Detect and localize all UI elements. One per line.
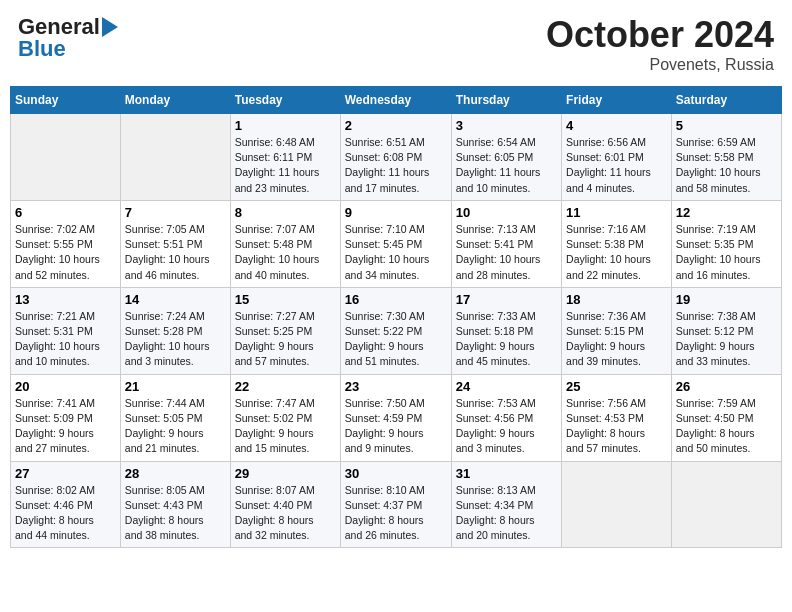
week-row-4: 20Sunrise: 7:41 AM Sunset: 5:09 PM Dayli… [11,374,782,461]
day-details: Sunrise: 7:13 AM Sunset: 5:41 PM Dayligh… [456,222,557,283]
calendar-cell: 1Sunrise: 6:48 AM Sunset: 6:11 PM Daylig… [230,114,340,201]
day-details: Sunrise: 6:54 AM Sunset: 6:05 PM Dayligh… [456,135,557,196]
calendar-cell: 12Sunrise: 7:19 AM Sunset: 5:35 PM Dayli… [671,200,781,287]
calendar-cell: 29Sunrise: 8:07 AM Sunset: 4:40 PM Dayli… [230,461,340,548]
day-number: 29 [235,466,336,481]
calendar-cell: 22Sunrise: 7:47 AM Sunset: 5:02 PM Dayli… [230,374,340,461]
day-number: 6 [15,205,116,220]
day-details: Sunrise: 7:21 AM Sunset: 5:31 PM Dayligh… [15,309,116,370]
day-number: 2 [345,118,447,133]
calendar-cell: 28Sunrise: 8:05 AM Sunset: 4:43 PM Dayli… [120,461,230,548]
day-number: 1 [235,118,336,133]
day-details: Sunrise: 7:44 AM Sunset: 5:05 PM Dayligh… [125,396,226,457]
day-number: 3 [456,118,557,133]
day-number: 4 [566,118,667,133]
day-details: Sunrise: 6:48 AM Sunset: 6:11 PM Dayligh… [235,135,336,196]
logo-blue: Blue [18,36,66,62]
calendar-cell: 30Sunrise: 8:10 AM Sunset: 4:37 PM Dayli… [340,461,451,548]
calendar-cell: 15Sunrise: 7:27 AM Sunset: 5:25 PM Dayli… [230,287,340,374]
day-details: Sunrise: 6:59 AM Sunset: 5:58 PM Dayligh… [676,135,777,196]
day-number: 12 [676,205,777,220]
day-number: 5 [676,118,777,133]
day-details: Sunrise: 8:07 AM Sunset: 4:40 PM Dayligh… [235,483,336,544]
day-number: 17 [456,292,557,307]
day-number: 25 [566,379,667,394]
calendar-cell: 2Sunrise: 6:51 AM Sunset: 6:08 PM Daylig… [340,114,451,201]
day-number: 24 [456,379,557,394]
calendar-cell: 16Sunrise: 7:30 AM Sunset: 5:22 PM Dayli… [340,287,451,374]
day-number: 13 [15,292,116,307]
day-details: Sunrise: 7:30 AM Sunset: 5:22 PM Dayligh… [345,309,447,370]
day-details: Sunrise: 8:05 AM Sunset: 4:43 PM Dayligh… [125,483,226,544]
dow-tuesday: Tuesday [230,87,340,114]
day-number: 21 [125,379,226,394]
day-details: Sunrise: 7:50 AM Sunset: 4:59 PM Dayligh… [345,396,447,457]
day-details: Sunrise: 7:47 AM Sunset: 5:02 PM Dayligh… [235,396,336,457]
day-details: Sunrise: 7:36 AM Sunset: 5:15 PM Dayligh… [566,309,667,370]
days-of-week-row: SundayMondayTuesdayWednesdayThursdayFrid… [11,87,782,114]
calendar-cell: 17Sunrise: 7:33 AM Sunset: 5:18 PM Dayli… [451,287,561,374]
day-details: Sunrise: 7:27 AM Sunset: 5:25 PM Dayligh… [235,309,336,370]
day-number: 9 [345,205,447,220]
day-number: 19 [676,292,777,307]
day-number: 26 [676,379,777,394]
day-details: Sunrise: 7:41 AM Sunset: 5:09 PM Dayligh… [15,396,116,457]
calendar-cell: 27Sunrise: 8:02 AM Sunset: 4:46 PM Dayli… [11,461,121,548]
calendar-cell: 20Sunrise: 7:41 AM Sunset: 5:09 PM Dayli… [11,374,121,461]
calendar-table: SundayMondayTuesdayWednesdayThursdayFrid… [10,86,782,548]
day-details: Sunrise: 8:10 AM Sunset: 4:37 PM Dayligh… [345,483,447,544]
day-details: Sunrise: 7:56 AM Sunset: 4:53 PM Dayligh… [566,396,667,457]
day-number: 8 [235,205,336,220]
calendar-cell: 24Sunrise: 7:53 AM Sunset: 4:56 PM Dayli… [451,374,561,461]
calendar-cell: 5Sunrise: 6:59 AM Sunset: 5:58 PM Daylig… [671,114,781,201]
week-row-1: 1Sunrise: 6:48 AM Sunset: 6:11 PM Daylig… [11,114,782,201]
day-details: Sunrise: 7:38 AM Sunset: 5:12 PM Dayligh… [676,309,777,370]
calendar-cell: 11Sunrise: 7:16 AM Sunset: 5:38 PM Dayli… [562,200,672,287]
calendar-cell: 7Sunrise: 7:05 AM Sunset: 5:51 PM Daylig… [120,200,230,287]
day-details: Sunrise: 7:19 AM Sunset: 5:35 PM Dayligh… [676,222,777,283]
day-number: 23 [345,379,447,394]
calendar-cell: 10Sunrise: 7:13 AM Sunset: 5:41 PM Dayli… [451,200,561,287]
calendar-cell: 13Sunrise: 7:21 AM Sunset: 5:31 PM Dayli… [11,287,121,374]
day-number: 20 [15,379,116,394]
day-number: 7 [125,205,226,220]
month-title: October 2024 [546,14,774,56]
calendar-cell: 6Sunrise: 7:02 AM Sunset: 5:55 PM Daylig… [11,200,121,287]
week-row-5: 27Sunrise: 8:02 AM Sunset: 4:46 PM Dayli… [11,461,782,548]
calendar-cell: 25Sunrise: 7:56 AM Sunset: 4:53 PM Dayli… [562,374,672,461]
calendar-cell: 19Sunrise: 7:38 AM Sunset: 5:12 PM Dayli… [671,287,781,374]
day-number: 16 [345,292,447,307]
dow-saturday: Saturday [671,87,781,114]
day-details: Sunrise: 7:33 AM Sunset: 5:18 PM Dayligh… [456,309,557,370]
calendar-cell [671,461,781,548]
day-number: 15 [235,292,336,307]
day-details: Sunrise: 7:02 AM Sunset: 5:55 PM Dayligh… [15,222,116,283]
logo: General Blue [18,14,118,62]
day-number: 31 [456,466,557,481]
day-number: 10 [456,205,557,220]
dow-thursday: Thursday [451,87,561,114]
calendar-body: 1Sunrise: 6:48 AM Sunset: 6:11 PM Daylig… [11,114,782,548]
title-block: October 2024 Povenets, Russia [546,14,774,74]
calendar-cell [562,461,672,548]
week-row-3: 13Sunrise: 7:21 AM Sunset: 5:31 PM Dayli… [11,287,782,374]
logo-arrow-icon [102,17,118,37]
day-details: Sunrise: 7:07 AM Sunset: 5:48 PM Dayligh… [235,222,336,283]
calendar-cell: 21Sunrise: 7:44 AM Sunset: 5:05 PM Dayli… [120,374,230,461]
day-details: Sunrise: 7:53 AM Sunset: 4:56 PM Dayligh… [456,396,557,457]
day-number: 14 [125,292,226,307]
dow-sunday: Sunday [11,87,121,114]
dow-wednesday: Wednesday [340,87,451,114]
week-row-2: 6Sunrise: 7:02 AM Sunset: 5:55 PM Daylig… [11,200,782,287]
day-details: Sunrise: 7:10 AM Sunset: 5:45 PM Dayligh… [345,222,447,283]
location: Povenets, Russia [546,56,774,74]
day-number: 11 [566,205,667,220]
dow-friday: Friday [562,87,672,114]
page-header: General Blue October 2024 Povenets, Russ… [10,10,782,78]
day-details: Sunrise: 7:24 AM Sunset: 5:28 PM Dayligh… [125,309,226,370]
calendar-cell: 23Sunrise: 7:50 AM Sunset: 4:59 PM Dayli… [340,374,451,461]
calendar-cell [11,114,121,201]
calendar-cell: 31Sunrise: 8:13 AM Sunset: 4:34 PM Dayli… [451,461,561,548]
day-details: Sunrise: 7:05 AM Sunset: 5:51 PM Dayligh… [125,222,226,283]
day-number: 28 [125,466,226,481]
